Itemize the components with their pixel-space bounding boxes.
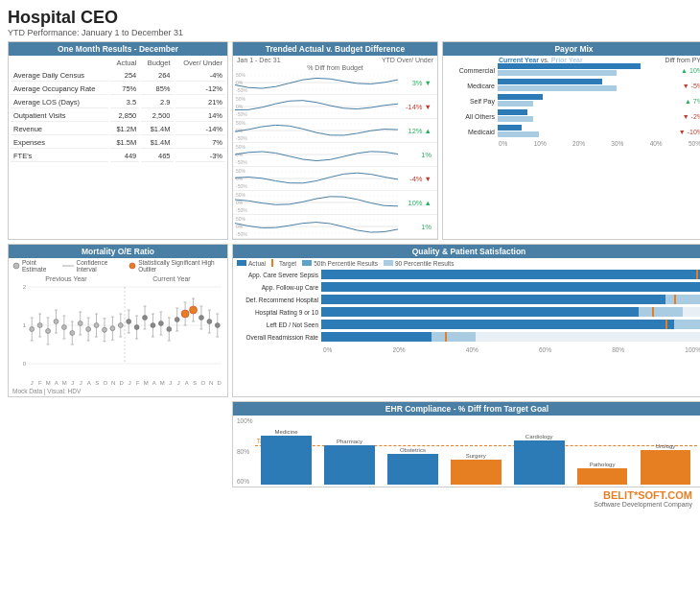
ehr-col: Obstetrics [381, 447, 444, 485]
payor-row: Commercial ▲ 10% [443, 63, 700, 77]
svg-point-107 [134, 325, 139, 330]
col-budget: Budget [141, 58, 173, 68]
svg-text:2: 2 [23, 284, 27, 290]
payor-row: Medicaid ▼ -10% [443, 125, 700, 138]
quality-legend: ActualTarget50th Percentile Results90 Pe… [233, 258, 700, 268]
svg-point-71 [61, 325, 66, 330]
svg-point-87 [94, 323, 99, 328]
trended-rows: 50% 0% -50% 3% ▼ 50% 0% -50% -14% ▼ 50% … [233, 71, 437, 239]
ehr-col: Medicine [255, 429, 318, 485]
mortality-chart: 012 [12, 282, 225, 378]
svg-point-83 [86, 327, 91, 332]
trend-sparkline: 50% 0% -50% [235, 72, 398, 93]
spacer [8, 401, 228, 487]
svg-point-119 [158, 321, 163, 326]
svg-point-143 [207, 320, 212, 324]
svg-text:50%: 50% [236, 96, 246, 102]
svg-point-95 [110, 326, 115, 331]
mortality-panel: Mortality O/E Ratio Point EstimateConfid… [8, 244, 228, 397]
payor-subtitle: Current Year vs. Prior Year [499, 57, 583, 63]
trend-sparkline: 50% 0% -50% [235, 216, 398, 237]
table-row: Outpatient Visits 2,850 2,500 14% [11, 110, 225, 122]
svg-point-75 [70, 331, 75, 336]
table-row: Expenses $1.5M $1.4M 7% [11, 137, 225, 149]
trend-row: 50% 0% -50% 1% [233, 143, 437, 167]
svg-text:-50%: -50% [236, 159, 247, 165]
svg-point-131 [181, 310, 189, 318]
svg-text:-50%: -50% [236, 111, 247, 117]
svg-text:50%: 50% [236, 144, 246, 150]
svg-text:-50%: -50% [236, 231, 247, 237]
mortality-legend: Point EstimateConfidence IntervalStatist… [9, 258, 227, 273]
svg-point-103 [127, 320, 131, 324]
watermark-brand: BELIT*SOFT.COM [8, 489, 692, 501]
svg-text:0%: 0% [236, 80, 244, 85]
svg-point-99 [118, 323, 123, 328]
svg-text:50%: 50% [236, 216, 246, 222]
trended-ytd-label: YTD Over/ Under [382, 57, 433, 63]
trend-row: 50% 0% -50% 3% ▼ [233, 71, 437, 95]
ehr-col: Urology [634, 443, 697, 485]
ehr-col: Pharmacy [318, 439, 382, 485]
trended-date: Jan 1 - Dec 31 [237, 57, 281, 63]
col-actual: Actual [110, 58, 139, 68]
legend-item: 50th Percentile Results [302, 259, 378, 267]
trend-sparkline: 50% 0% -50% [235, 120, 398, 141]
watermark-sub: Software Development Company [8, 501, 692, 508]
svg-text:50%: 50% [236, 168, 246, 174]
svg-text:-50%: -50% [236, 183, 247, 189]
ehr-col: Surgery [444, 453, 507, 485]
ehr-chart: Target 80% Medicine Pharmacy Obstetrics … [255, 417, 697, 485]
legend-item: 90 Percentile Results [384, 259, 454, 267]
payor-diff-label: Diff from PY [665, 57, 700, 63]
svg-text:-50%: -50% [236, 87, 247, 93]
trend-row: 50% 0% -50% 12% ▲ [233, 119, 437, 143]
svg-point-79 [78, 321, 82, 326]
trend-row: 50% 0% -50% 1% [233, 215, 437, 239]
quality-row: Def. Recommend Hospital [235, 295, 700, 304]
trend-row: 50% 0% -50% 10% ▲ [233, 191, 437, 215]
quality-row: Overall Readmission Rate [235, 332, 700, 342]
one-month-panel: One Month Results - December Actual Budg… [8, 41, 228, 240]
payor-row: Self Pay ▲ 7% [443, 94, 700, 107]
table-row: Average LOS (Days) 3.5 2.9 21% [11, 97, 225, 108]
col-label [11, 58, 108, 68]
svg-text:-50%: -50% [236, 135, 247, 141]
quality-row: App. Follow-up Care [235, 282, 700, 292]
svg-point-127 [175, 318, 179, 322]
trend-sparkline: 50% 0% -50% [235, 96, 398, 117]
page-subtitle: YTD Performance: January 1 to December 3… [8, 28, 692, 37]
trend-sparkline: 50% 0% -50% [235, 144, 398, 165]
svg-point-91 [102, 327, 106, 332]
table-row: Average Occupancy Rate 75% 85% -12% [11, 83, 225, 95]
table-row: Revenue $1.2M $1.4M -14% [11, 124, 225, 135]
one-month-table: Actual Budget Over/ Under Average Daily … [9, 56, 227, 164]
ehr-panel: EHR Compliance - % Diff from Target Goal… [232, 401, 700, 487]
svg-text:0%: 0% [236, 176, 244, 181]
quality-row: Hospital Rating 9 or 10 [235, 307, 700, 317]
trend-row: 50% 0% -50% -14% ▼ [233, 95, 437, 119]
mortality-footer: Mock Data | Visual: HDV [12, 388, 223, 394]
svg-text:0%: 0% [236, 104, 244, 109]
page-title: Hospital CEO [8, 8, 692, 28]
svg-point-59 [37, 323, 42, 328]
payor-row: Medicare ▼ -5% [443, 79, 700, 92]
svg-point-55 [30, 327, 35, 332]
legend-item: Target [271, 259, 296, 267]
svg-point-139 [198, 316, 203, 321]
trended-header: Trended Actual v. Budget Difference [233, 42, 437, 56]
svg-point-135 [190, 306, 198, 314]
payor-rows: Commercial ▲ 10% Medicare ▼ -5% Self Pay… [443, 63, 700, 138]
svg-text:50%: 50% [236, 120, 246, 126]
svg-point-111 [143, 316, 148, 321]
quality-row: App. Care Severe Sepsis [235, 270, 700, 279]
svg-point-115 [151, 323, 155, 328]
svg-point-42 [13, 263, 19, 269]
svg-point-63 [46, 329, 51, 334]
svg-point-147 [215, 323, 220, 328]
quality-header: Quality & Patient Satisfaction [233, 245, 700, 258]
svg-text:50%: 50% [236, 192, 246, 198]
col-over-under: Over/ Under [175, 58, 225, 68]
ehr-col: Pathology [571, 462, 634, 485]
trend-sparkline: 50% 0% -50% [235, 192, 398, 213]
